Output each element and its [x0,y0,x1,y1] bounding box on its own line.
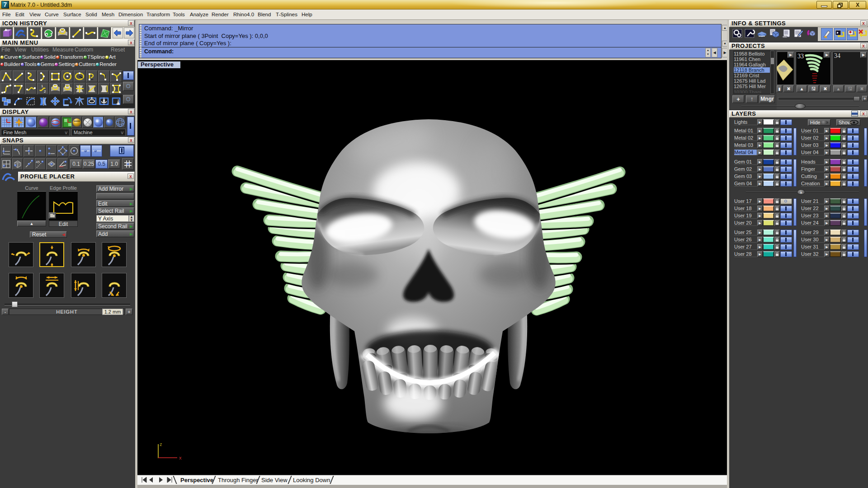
svg-text:2: 2 [44,89,46,94]
svg-text:45: 45 [36,160,40,164]
svg-text:33: 33 [797,53,804,60]
svg-text:z: z [160,441,162,447]
svg-text:x: x [179,455,182,460]
svg-text:1: 1 [41,84,43,88]
